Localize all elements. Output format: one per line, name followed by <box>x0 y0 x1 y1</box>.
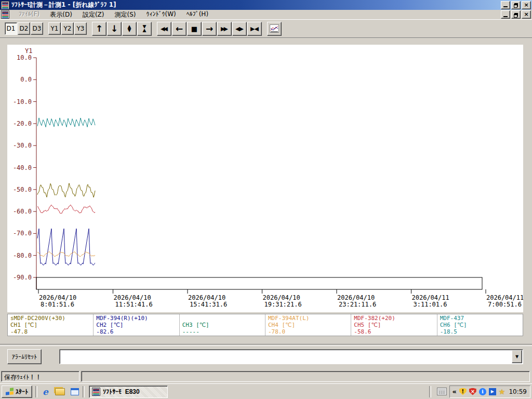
task-app-icon <box>92 388 100 396</box>
menu-item-window[interactable]: ｳｨﾝﾄﾞｳ(W) <box>141 10 181 20</box>
d3-button[interactable]: D3 <box>31 22 43 35</box>
channel-name: MDF-394AT(L) <box>268 315 348 322</box>
channel-label: CH2 [℃] <box>96 322 176 328</box>
step-right-button[interactable]: → <box>202 22 217 36</box>
channel-label: CH1 [℃] <box>10 322 90 328</box>
mdi-client-area: Y110.00.0-10.0-20.0-30.0-40.0-50.0-60.0-… <box>0 37 532 369</box>
stop-button[interactable]: ■ <box>187 22 202 36</box>
step-left-icon: ← <box>176 24 183 33</box>
menu-item-help[interactable]: ﾍﾙﾌﾟ(H) <box>181 10 214 20</box>
channel-value: ----- <box>182 328 262 335</box>
expand-horizontal-button[interactable]: ◀▶ <box>232 22 247 36</box>
svg-text:0.0: 0.0 <box>20 76 32 83</box>
d1-button[interactable]: D1 <box>5 22 17 35</box>
svg-text:2026/04/10: 2026/04/10 <box>263 294 300 301</box>
channel-value: -47.8 <box>10 328 90 335</box>
channel-name <box>182 315 262 322</box>
channel-value: -18.5 <box>440 328 520 335</box>
minimize-icon <box>503 6 508 7</box>
compress-horizontal-icon: ▶◀ <box>250 26 258 32</box>
internet-explorer-icon[interactable]: e <box>41 387 50 396</box>
compress-vertical-button[interactable]: ▼▲ <box>137 22 152 36</box>
app-icon <box>1 1 9 9</box>
channel-name: MDF-437 <box>440 315 520 322</box>
fast-forward-icon: ▶▶ <box>221 26 227 32</box>
d2-button[interactable]: D2 <box>18 22 30 35</box>
channel-legend-ch5: MDF-382(+20)CH5 [℃]-58.6 <box>351 314 437 336</box>
expand-horizontal-icon: ◀▶ <box>235 26 243 32</box>
application-window: ｿﾌﾄｻｰﾓ計測－計測1 - [折れ線ｸﾞﾗﾌ 1] × ﾌｧｲﾙ(F)表示(D… <box>0 0 532 399</box>
windows-logo-icon <box>6 388 14 395</box>
compress-horizontal-button[interactable]: ▶◀ <box>247 22 262 36</box>
window-title: ｿﾌﾄｻｰﾓ計測－計測1 - [折れ線ｸﾞﾗﾌ 1] <box>11 1 116 9</box>
scroll-up-button[interactable]: ↑ <box>92 22 107 36</box>
channel-label: CH5 [℃] <box>354 322 434 328</box>
svg-text:-60.0: -60.0 <box>13 208 32 215</box>
status-bar: 保存ｳｪｲﾄ！！ <box>0 369 532 383</box>
menu-item-measure[interactable]: 測定(S) <box>109 10 141 20</box>
fast-forward-button[interactable]: ▶▶ <box>217 22 232 36</box>
scroll-down-button[interactable]: ↓ <box>107 22 122 36</box>
menu-item-view[interactable]: 表示(D) <box>45 10 77 20</box>
restore-icon <box>514 13 518 17</box>
minimize-button[interactable] <box>501 1 510 9</box>
svg-text:2026/04/10: 2026/04/10 <box>337 294 375 301</box>
menu-items: ﾌｧｲﾙ(F)表示(D)設定(Z)測定(S)ｳｨﾝﾄﾞｳ(W)ﾍﾙﾌﾟ(H) <box>14 10 214 20</box>
svg-text:7:00:51.6: 7:00:51.6 <box>488 301 522 308</box>
svg-text:-90.0: -90.0 <box>13 274 32 281</box>
svg-text:8:01:51.6: 8:01:51.6 <box>41 301 74 308</box>
keyboard-icon[interactable] <box>437 388 447 395</box>
start-button[interactable]: ｽﾀｰﾄ <box>2 385 32 398</box>
security-error-icon[interactable]: × <box>469 388 476 395</box>
security-warning-icon[interactable]: ! <box>459 388 467 395</box>
tray-clock[interactable]: 10:59 <box>508 388 527 395</box>
graph-display-button[interactable] <box>267 22 282 36</box>
child-window-icon[interactable] <box>1 10 9 19</box>
svg-text:10.0: 10.0 <box>17 54 32 61</box>
fast-rewind-icon: ◀◀ <box>161 26 166 32</box>
svg-text:-10.0: -10.0 <box>13 98 32 105</box>
svg-text:2026/04/10: 2026/04/10 <box>114 294 151 301</box>
svg-text:2026/04/10: 2026/04/10 <box>188 294 225 301</box>
updates-star-icon[interactable]: ★ <box>499 388 506 395</box>
step-left-button[interactable]: ← <box>172 22 187 36</box>
title-bar: ｿﾌﾄｻｰﾓ計測－計測1 - [折れ線ｸﾞﾗﾌ 1] × <box>0 0 532 10</box>
y3-button[interactable]: Y3 <box>74 22 87 35</box>
fast-rewind-button[interactable]: ◀◀ <box>157 22 171 36</box>
menu-item-file[interactable]: ﾌｧｲﾙ(F) <box>14 10 45 20</box>
svg-text:2026/04/10: 2026/04/10 <box>39 294 76 301</box>
status-secondary-panel <box>81 371 530 382</box>
restore-button[interactable] <box>511 1 521 9</box>
line-graph-icon <box>270 24 279 33</box>
child-minimize-button[interactable] <box>501 10 510 19</box>
channel-label: CH3 [℃] <box>182 322 262 328</box>
compress-vertical-icon: ▼▲ <box>143 25 147 32</box>
combo-dropdown-button[interactable]: ▼ <box>512 350 522 363</box>
close-button[interactable]: × <box>522 1 531 9</box>
alarm-reset-button[interactable]: ｱﾗｰﾑﾘｾｯﾄ <box>7 349 42 364</box>
show-desktop-icon[interactable] <box>70 387 79 396</box>
y1-button[interactable]: Y1 <box>48 22 61 35</box>
toolbar-group: ↑↓▲▼▼▲ <box>92 22 152 36</box>
menu-item-settings[interactable]: 設定(Z) <box>77 10 110 20</box>
child-restore-button[interactable] <box>511 10 521 19</box>
channel-value: -78.0 <box>268 328 348 335</box>
scroll-up-icon: ↑ <box>96 24 103 33</box>
svg-text:Y1: Y1 <box>25 47 32 55</box>
svg-text:-80.0: -80.0 <box>13 252 32 259</box>
media-player-icon[interactable]: ▶ <box>489 388 496 395</box>
channel-label: CH6 [℃] <box>440 322 520 328</box>
expand-vertical-button[interactable]: ▲▼ <box>122 22 137 36</box>
info-balloon-icon[interactable]: i <box>479 388 486 395</box>
taskbar-separator <box>429 386 431 397</box>
toolbar-group: Y1Y2Y3 <box>48 22 87 35</box>
y2-button[interactable]: Y2 <box>61 22 74 35</box>
channel-label: CH4 [℃] <box>268 322 348 328</box>
child-close-button[interactable]: × <box>522 10 531 19</box>
alarm-combobox[interactable]: ▼ <box>59 349 523 364</box>
tray-collapse-icon[interactable]: « <box>452 388 456 395</box>
task-button[interactable]: ｿﾌﾄｻｰﾓ E830 <box>89 385 168 398</box>
desktop-shape <box>71 388 79 395</box>
folder-icon[interactable] <box>55 387 65 396</box>
svg-text:-20.0: -20.0 <box>13 120 32 127</box>
